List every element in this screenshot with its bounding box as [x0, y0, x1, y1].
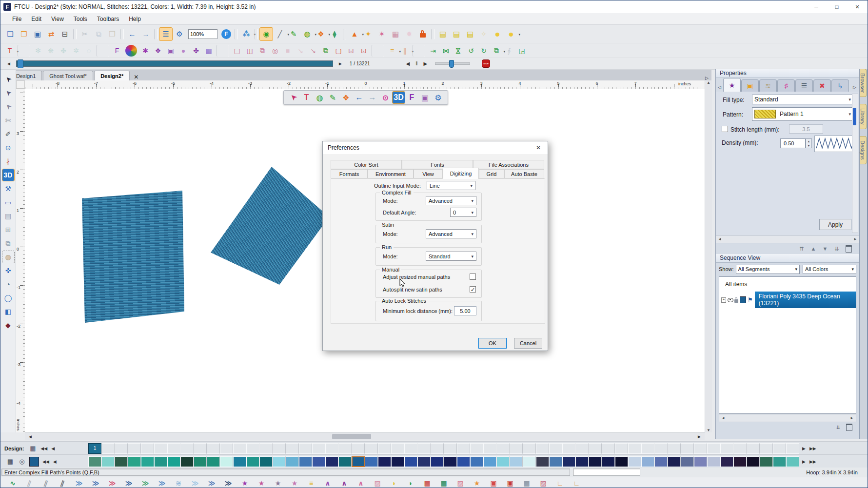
pencil-icon[interactable]: ✎ [327, 92, 339, 103]
side-panel-tab[interactable]: Designs [860, 136, 867, 164]
thread-color-cell[interactable] [207, 456, 220, 467]
save-flame-icon[interactable]: ▣ [165, 45, 177, 57]
move-bottom-icon[interactable]: ⇊ [831, 244, 842, 253]
design-color-cell[interactable] [167, 443, 180, 454]
thread-color-cell[interactable] [352, 456, 365, 467]
delete-button[interactable] [844, 423, 854, 431]
diagonal-mauve-icon[interactable]: ▨ [537, 478, 550, 488]
thread-color-cell[interactable] [562, 456, 575, 467]
design-color-cell[interactable] [562, 443, 575, 454]
thread-color-cell[interactable] [523, 456, 536, 467]
thread-color-cell[interactable] [760, 456, 773, 467]
stripe-yellow-icon[interactable]: ≡ [305, 478, 317, 488]
tab-layers[interactable]: ≋ [759, 79, 777, 92]
default-angle-dropdown[interactable]: 0▾ [450, 208, 476, 217]
green-orange-squares-icon[interactable]: ⧉ [320, 45, 332, 57]
play-forward-button[interactable]: ▶ [420, 61, 430, 66]
design-color-cell[interactable] [602, 443, 615, 454]
measure-pen-icon[interactable]: ✐ [2, 128, 14, 140]
design-color-cell[interactable] [404, 443, 417, 454]
scroll-left-icon[interactable]: ◄ [721, 416, 725, 420]
slider-left-arrow[interactable]: ◄ [3, 61, 14, 66]
feather-navy-icon[interactable]: ≫ [89, 478, 102, 488]
thread-color-cell[interactable] [681, 456, 694, 467]
design-color-cell[interactable] [510, 443, 523, 454]
thread-color-cell[interactable] [128, 456, 141, 467]
feather-red-icon[interactable]: ≫ [106, 478, 118, 488]
dialog-tab[interactable]: Color Sort [331, 160, 402, 169]
feather-blue-3-icon[interactable]: ≫ [205, 478, 218, 488]
hatch-mid-icon[interactable]: ∥ [38, 476, 53, 488]
circle-tool-icon[interactable]: ◯ [2, 292, 14, 304]
diagonal-pink-icon[interactable]: ▨ [371, 478, 384, 488]
tab-close-icon[interactable]: ✕ [131, 74, 141, 80]
thread-color-cell[interactable] [654, 456, 668, 467]
clover-icon[interactable]: ✤ [190, 45, 202, 57]
star-orange-icon[interactable]: ★ [471, 478, 483, 488]
colors-filter-dropdown[interactable]: All Colors▾ [803, 265, 856, 274]
view-3d-icon[interactable]: 3D [2, 169, 14, 181]
tab-scroll-right-icon[interactable]: ▷ [702, 76, 711, 80]
dialog-tab[interactable]: Formats [331, 169, 368, 178]
thread-color-cell[interactable] [180, 456, 194, 467]
satin-sphere-icon[interactable]: ◍ [301, 28, 314, 40]
palette-last-icon[interactable]: ▶▶ [809, 446, 816, 451]
palette-first-icon[interactable]: ◀◀ [39, 446, 49, 451]
design-color-cell[interactable] [575, 443, 589, 454]
design-color-cell[interactable] [180, 443, 194, 454]
notebook-image-icon[interactable]: ▤ [450, 28, 463, 40]
scroll-up-icon[interactable]: ▲ [707, 80, 710, 85]
thread-color-cell[interactable] [496, 456, 510, 467]
thread-color-cell[interactable] [404, 456, 417, 467]
tab-settings[interactable]: ☰ [795, 79, 813, 92]
scroll-left-icon[interactable]: ◄ [25, 434, 36, 439]
palette-next-icon[interactable]: ▶ [802, 459, 806, 464]
shapes-tool-icon[interactable]: ❖ [315, 28, 327, 40]
slider-right-arrow[interactable]: ► [335, 61, 346, 66]
hoop-shape-2-icon[interactable]: ● [505, 28, 517, 40]
hoop-frame-icon[interactable]: ▢ [231, 45, 243, 57]
thread-color-cell[interactable] [668, 456, 681, 467]
design-color-cell[interactable] [128, 443, 141, 454]
thread-color-cell[interactable] [483, 456, 496, 467]
thread-color-cell[interactable] [233, 456, 246, 467]
knife-icon[interactable]: ✄ [2, 115, 14, 126]
satin-mode-dropdown[interactable]: Advanced▾ [426, 229, 476, 238]
dotted-ring-icon[interactable]: ◌ [83, 45, 95, 57]
play-back-button[interactable]: ◀ [403, 61, 413, 66]
sequence-item-row[interactable]: + ⚑ Floriani Poly 3435 Deep Ocean (13221… [721, 292, 856, 308]
check-green-icon[interactable]: ▦ [437, 478, 450, 488]
palette-last-icon[interactable]: ▶▶ [809, 459, 816, 464]
artboard-icon[interactable]: ▭ [2, 196, 14, 208]
thread-color-cell[interactable] [417, 456, 431, 467]
menu-item[interactable]: Help [124, 16, 146, 22]
thread-color-cell[interactable] [154, 456, 167, 467]
document-tab[interactable]: Ghost Tool.waf* [43, 71, 93, 80]
expand-icon[interactable]: + [721, 297, 726, 303]
hatch-dark-icon[interactable]: ∥ [55, 476, 70, 488]
chevron-pink-icon[interactable]: ∧ [355, 478, 367, 488]
zoom-level-input[interactable] [188, 29, 217, 39]
magic-wand-icon[interactable]: ✦ [362, 28, 375, 40]
segments-filter-dropdown[interactable]: All Segments▾ [736, 265, 800, 274]
star-gray-icon[interactable]: ★ [272, 478, 284, 488]
design-color-cell[interactable] [115, 443, 128, 454]
scroll-down-icon[interactable]: ▼ [707, 428, 710, 432]
feather-blue-icon[interactable]: ≫ [73, 478, 85, 488]
spin-down-icon[interactable]: ▼ [808, 144, 810, 147]
thread-color-cell[interactable] [786, 456, 799, 467]
design-color-cell[interactable] [641, 443, 654, 454]
design-color-cell[interactable] [654, 443, 668, 454]
density-input[interactable]: 0.50 [780, 138, 806, 148]
palette-prev-icon[interactable]: ◀ [49, 446, 57, 451]
thread-color-cell[interactable] [589, 456, 602, 467]
thread-color-cell[interactable] [694, 456, 707, 467]
thread-color-cell[interactable] [194, 456, 207, 467]
side-panel-tab[interactable]: Library [860, 104, 867, 129]
design-color-cell[interactable] [496, 443, 510, 454]
palette-prev-icon[interactable]: ◀ [51, 459, 59, 464]
thread-color-cell[interactable] [101, 456, 115, 467]
design-color-cell[interactable] [773, 443, 786, 454]
close-button[interactable]: ✕ [847, 1, 868, 13]
pattern-sphere-icon[interactable]: ◍ [2, 251, 14, 263]
